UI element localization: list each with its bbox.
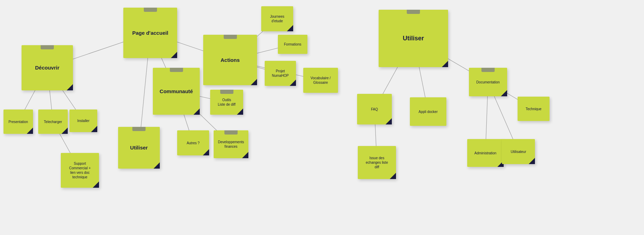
sticky-telecharger[interactable]: Telecharger — [38, 110, 68, 134]
sticky-label-installer: Installer — [77, 119, 89, 123]
sticky-appli-docker[interactable]: Appli docker — [410, 97, 446, 126]
sticky-communaute[interactable]: Communauté — [153, 68, 200, 115]
sticky-corner-utilisateur — [529, 158, 535, 164]
mindmap-canvas: DécouvrirPage d'accueilActionsUtiliserCo… — [0, 0, 644, 235]
sticky-corner-telecharger — [61, 128, 68, 134]
sticky-label-documentation: Documentation — [476, 80, 499, 84]
sticky-label-presentation: Presentation — [8, 120, 28, 124]
sticky-faq[interactable]: FAQ — [357, 94, 392, 124]
sticky-presentation[interactable]: Presentation — [3, 110, 33, 134]
sticky-technique[interactable]: Technique — [518, 97, 550, 121]
sticky-label-utiliser-left: Utiliser — [130, 144, 148, 151]
sticky-label-autres: Autres ? — [187, 141, 199, 145]
sticky-corner-outils-liste — [237, 108, 243, 115]
sticky-label-faq: FAQ — [371, 107, 378, 112]
sticky-label-communaute: Communauté — [160, 88, 193, 95]
sticky-decouvrir[interactable]: Découvrir — [22, 45, 73, 90]
sticky-formations[interactable]: Formations — [278, 35, 307, 54]
sticky-label-utiliser-main: Utiliser — [403, 34, 424, 42]
sticky-label-formations: Formations — [284, 42, 301, 47]
sticky-label-decouvrir: Découvrir — [35, 64, 59, 71]
sticky-projet-numahop[interactable]: Projet NumaHOP — [265, 61, 296, 86]
sticky-corner-documentation — [501, 90, 507, 96]
sticky-corner-utiliser-main — [442, 61, 448, 67]
sticky-label-utilisateur: Utilisateur — [511, 149, 526, 154]
sticky-documentation[interactable]: Documentation — [469, 68, 507, 96]
sticky-label-telecharger: Telecharger — [44, 120, 62, 124]
sticky-vocabulaire[interactable]: Vocabulaire / Glossaire — [303, 68, 338, 93]
sticky-autres[interactable]: Autres ? — [177, 130, 209, 155]
sticky-journees[interactable]: Journees d'etude — [261, 6, 293, 31]
sticky-corner-page-accueil — [171, 52, 177, 58]
sticky-installer[interactable]: Installer — [69, 110, 97, 132]
sticky-corner-faq — [386, 118, 392, 124]
sticky-label-projet-numahop: Projet NumaHOP — [272, 69, 289, 78]
sticky-administration[interactable]: Administration — [467, 139, 504, 167]
sticky-label-vocabulaire: Vocabulaire / Glossaire — [311, 76, 331, 85]
sticky-corner-presentation — [27, 128, 33, 134]
sticky-corner-installer — [91, 126, 97, 132]
sticky-label-outils-liste: Outils Liste de diff — [218, 98, 236, 107]
sticky-corner-actions — [251, 79, 257, 85]
sticky-label-actions: Actions — [221, 57, 240, 64]
sticky-devs-finances[interactable]: Developpements finances — [214, 130, 248, 158]
sticky-corner-decouvrir — [67, 84, 73, 90]
sticky-issue-echanges[interactable]: Issue des echanges liste diff — [358, 146, 396, 179]
sticky-label-journees: Journees d'etude — [270, 14, 284, 23]
sticky-label-technique: Technique — [526, 107, 542, 111]
sticky-corner-utiliser-left — [154, 162, 160, 169]
sticky-corner-journees — [287, 25, 293, 31]
sticky-label-devs-finances: Developpements finances — [218, 140, 244, 149]
sticky-label-issue-echanges: Issue des echanges liste diff — [366, 156, 388, 169]
sticky-corner-autres — [203, 149, 209, 155]
sticky-corner-support — [93, 181, 99, 188]
sticky-outils-liste[interactable]: Outils Liste de diff — [210, 90, 243, 115]
sticky-utiliser-main[interactable]: Utiliser — [379, 10, 448, 67]
sticky-label-support: Support Commercial + lien vers doc techn… — [69, 161, 91, 179]
sticky-corner-communaute — [193, 108, 200, 115]
sticky-label-administration: Administration — [474, 151, 496, 155]
sticky-utilisateur[interactable]: Utilisateur — [502, 139, 535, 164]
sticky-page-accueil[interactable]: Page d'accueil — [123, 8, 177, 58]
sticky-corner-projet-numahop — [290, 80, 296, 86]
sticky-corner-devs-finances — [242, 152, 248, 158]
sticky-label-page-accueil: Page d'accueil — [132, 30, 168, 37]
sticky-support[interactable]: Support Commercial + lien vers doc techn… — [61, 153, 99, 188]
sticky-utiliser-left[interactable]: Utiliser — [118, 127, 160, 169]
sticky-corner-issue-echanges — [390, 173, 396, 179]
sticky-actions[interactable]: Actions — [203, 35, 257, 85]
sticky-label-appli-docker: Appli docker — [419, 110, 438, 114]
